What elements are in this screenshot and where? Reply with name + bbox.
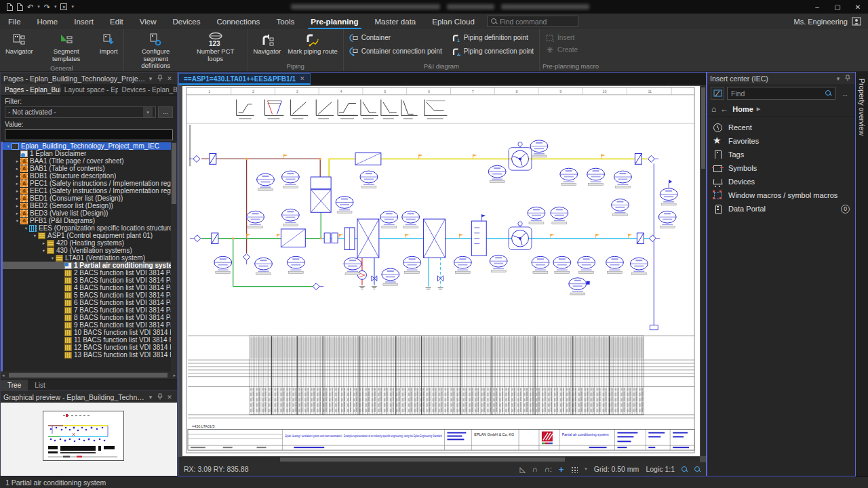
tree-item[interactable]: 4 BACS function list VDI 3814 Part 4.3 bbox=[3, 284, 177, 291]
tree-item[interactable]: 2 BACS function list VDI 3814 Part 4.3 bbox=[3, 269, 177, 277]
menu-tab[interactable]: Tools bbox=[268, 14, 302, 29]
value-input[interactable] bbox=[5, 129, 173, 140]
menu-tab[interactable]: View bbox=[132, 14, 165, 29]
user-account-icon[interactable] bbox=[852, 17, 861, 26]
number-pct-loops-button[interactable]: 123 Number PCT loops bbox=[186, 30, 245, 64]
undo-dropdown-icon[interactable]: ▾ bbox=[37, 4, 40, 9]
find-command-box[interactable] bbox=[487, 16, 578, 27]
tree-expander-icon[interactable]: ▸ bbox=[41, 241, 47, 246]
new-project-icon[interactable] bbox=[7, 3, 13, 11]
tree-item[interactable]: ▸ BAB1 (Table of contents) bbox=[3, 165, 177, 172]
page-tree[interactable]: ▾ Eplan_Building_Technology_Project_mm_I… bbox=[1, 142, 177, 371]
menu-tab[interactable]: Eplan Cloud bbox=[424, 14, 483, 29]
tree-expander-icon[interactable]: ▸ bbox=[14, 159, 20, 164]
menu-tab[interactable]: Edit bbox=[102, 14, 132, 29]
menu-tab[interactable]: Pre-planning bbox=[302, 14, 366, 29]
panel-close-icon[interactable]: ✕ bbox=[165, 75, 174, 82]
panel-tab[interactable]: Devices - Eplan_Build... bbox=[118, 84, 177, 95]
tree-expander-icon[interactable]: ▾ bbox=[41, 248, 47, 253]
insert-center-header[interactable]: Insert center (IEC) ▾ bbox=[707, 73, 855, 84]
tree-expander-icon[interactable]: ▾ bbox=[14, 218, 20, 224]
panel-tab[interactable]: Pages - Eplan_Buildin... bbox=[1, 84, 60, 95]
filter-dropdown[interactable]: - Not activated - ▾ bbox=[5, 106, 156, 118]
menu-tab[interactable]: File bbox=[0, 14, 29, 29]
tree-item[interactable]: ▾ ASP1 (Control equipment plant 01) bbox=[3, 232, 177, 239]
insert-center-item[interactable]: Tags bbox=[707, 148, 855, 161]
insert-center-item[interactable]: Symbols bbox=[707, 161, 855, 175]
grid-toggle-icon[interactable] bbox=[570, 466, 578, 473]
menu-tab[interactable]: Insert bbox=[66, 14, 102, 29]
view-mode-tab[interactable]: List bbox=[28, 380, 52, 390]
insert-center-item[interactable]: Devices bbox=[707, 175, 855, 188]
piping-definition-point-button[interactable]: 1 Piping definition point bbox=[449, 33, 536, 43]
property-overview-tab[interactable]: Property overview bbox=[858, 73, 866, 141]
panel-menu-icon[interactable]: ▾ bbox=[146, 75, 155, 82]
tree-expander-icon[interactable]: ▸ bbox=[14, 196, 20, 201]
tree-expander-icon[interactable]: ▸ bbox=[14, 211, 20, 216]
segment-templates-button[interactable]: Segment templates bbox=[37, 30, 96, 64]
insert-macro-button[interactable]: Insert bbox=[542, 33, 577, 43]
grid-size[interactable]: Grid: 0.50 mm bbox=[594, 465, 639, 473]
navigator-button[interactable]: Navigator bbox=[3, 30, 36, 57]
insert-center-search[interactable] bbox=[727, 87, 835, 100]
tree-expander-icon[interactable]: ▸ bbox=[14, 203, 20, 209]
breadcrumb-home[interactable]: Home bbox=[732, 105, 753, 113]
more-options-button[interactable]: ... bbox=[838, 87, 852, 100]
menu-tab[interactable]: Devices bbox=[165, 14, 209, 29]
panel-pin-icon[interactable] bbox=[155, 393, 165, 401]
tree-item[interactable]: 3 BACS function list VDI 3814 Part 4.3 bbox=[3, 277, 177, 284]
tree-item[interactable]: 7 BACS function list VDI 3814 Part 4.3 bbox=[3, 306, 177, 314]
close-project-icon[interactable]: ✕ bbox=[60, 3, 67, 10]
piping-connection-point-button[interactable]: Piping connection point bbox=[449, 46, 536, 57]
tree-item[interactable]: 12 BACS function list VDI 3814 Part 4.3 bbox=[3, 344, 177, 351]
pages-panel-header[interactable]: Pages - Eplan_Building_Technology_Projec… bbox=[1, 73, 177, 84]
tree-item[interactable]: 10 BACS function list VDI 3814 Part 4.3 bbox=[3, 329, 177, 336]
tree-expander-icon[interactable]: ▾ bbox=[32, 233, 38, 239]
open-project-icon[interactable] bbox=[17, 3, 23, 11]
menu-tab[interactable]: Master data bbox=[367, 14, 425, 29]
snap-alt-icon[interactable]: ∩: bbox=[545, 466, 552, 473]
insert-center-item[interactable]: Window macros / symbol macros bbox=[707, 188, 855, 202]
configure-segment-definitions-button[interactable]: Configure segment definitions bbox=[127, 30, 185, 71]
drawing-page[interactable]: 1234567891011 bbox=[182, 86, 700, 456]
tree-item[interactable]: ▸ 420 (Heating systems) bbox=[3, 239, 177, 247]
tree-item[interactable]: ▸ BED1 (Consumer list (Design)) bbox=[3, 195, 177, 202]
tree-item[interactable]: ▸ EEC1 (Safety instructions / Implementa… bbox=[3, 187, 177, 195]
panel-pin-icon[interactable] bbox=[155, 75, 165, 83]
tree-expander-icon[interactable]: ▸ bbox=[14, 188, 20, 194]
tree-expander-icon[interactable]: ▸ bbox=[14, 174, 20, 179]
insert-center-search-input[interactable] bbox=[731, 89, 823, 98]
snap-icon[interactable]: ∩ bbox=[532, 466, 538, 473]
drawing-canvas[interactable]: 1234567891011 bbox=[178, 85, 706, 462]
tree-expander-icon[interactable]: ▸ bbox=[14, 166, 20, 171]
container-button[interactable]: Container bbox=[347, 33, 445, 43]
canvas-vertical-scrollbar[interactable] bbox=[701, 85, 706, 456]
tree-vertical-scrollbar[interactable] bbox=[171, 142, 177, 371]
menu-tab[interactable]: Connections bbox=[208, 14, 268, 29]
filter-more-button[interactable]: ... bbox=[158, 106, 173, 118]
menu-tab[interactable]: Home bbox=[29, 14, 66, 29]
tree-item[interactable]: 13 BACS function list VDI 3814 Part 4.3 bbox=[3, 351, 177, 359]
preview-canvas[interactable] bbox=[1, 403, 177, 476]
tree-expander-icon[interactable]: ▾ bbox=[23, 226, 29, 231]
insert-center-item[interactable]: Favorites bbox=[707, 134, 855, 148]
tree-item[interactable]: ▸ PEC1 (Safety instructions / Implementa… bbox=[3, 180, 177, 187]
tree-expander-icon[interactable]: ▾ bbox=[5, 144, 12, 149]
tree-item[interactable]: 1 Partial air conditioning system bbox=[3, 262, 177, 269]
redo-icon[interactable]: ↷ bbox=[44, 3, 50, 11]
user-name[interactable]: Ms. Engineering bbox=[794, 18, 848, 26]
move-cursor-icon[interactable]: + bbox=[559, 465, 564, 474]
maximize-button[interactable]: ▢ bbox=[827, 0, 848, 14]
tree-expander-icon[interactable]: ▾ bbox=[50, 256, 56, 261]
back-arrow-icon[interactable]: ← bbox=[720, 104, 728, 114]
tree-item[interactable]: ▸ BAA1 (Title page / cover sheet) bbox=[3, 157, 177, 165]
find-command-input[interactable] bbox=[500, 18, 574, 26]
minimize-button[interactable]: – bbox=[807, 0, 827, 14]
canvas-horizontal-scrollbar[interactable] bbox=[178, 457, 700, 462]
tree-expander-icon[interactable]: ▸ bbox=[14, 181, 20, 186]
tree-item[interactable]: ▸ BED3 (Valve list (Design)) bbox=[3, 209, 177, 217]
tree-item[interactable]: ▾ LTA01 (Ventilation system) bbox=[3, 254, 177, 262]
panel-close-icon[interactable]: ✕ bbox=[165, 394, 174, 401]
logic-scale[interactable]: Logic 1:1 bbox=[646, 465, 675, 473]
zoom-out-icon[interactable] bbox=[682, 466, 688, 472]
